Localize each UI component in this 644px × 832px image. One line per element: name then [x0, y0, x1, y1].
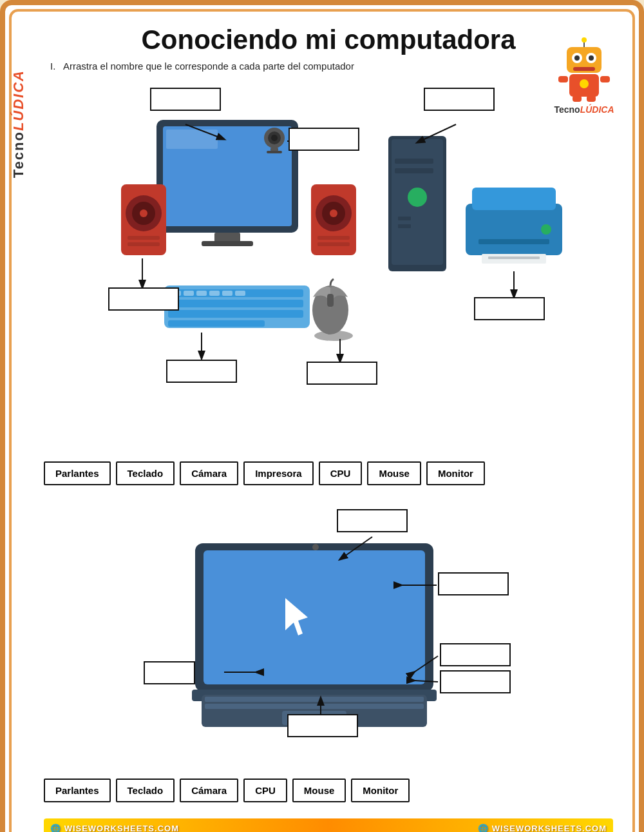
s1-speaker-label-box[interactable] [108, 287, 179, 311]
svg-rect-43 [478, 239, 549, 244]
printer-image [462, 184, 565, 268]
svg-rect-23 [128, 236, 160, 240]
svg-rect-34 [395, 168, 433, 173]
svg-point-28 [330, 209, 337, 217]
word-chip-camara-1[interactable]: Cámara [180, 461, 238, 485]
svg-rect-30 [317, 242, 350, 246]
laptop-image [192, 540, 437, 733]
svg-rect-29 [317, 236, 350, 240]
svg-rect-7 [573, 67, 595, 71]
svg-rect-57 [327, 294, 334, 307]
word-chip-mouse-2[interactable]: Mouse [292, 779, 346, 802]
instruction: I. Arrastra el nombre que le corresponde… [50, 61, 613, 72]
svg-rect-24 [128, 242, 160, 246]
word-bank-2: Parlantes Teclado Cámara CPU Mouse Monit… [44, 779, 613, 802]
s1-webcam-label-box[interactable] [289, 128, 359, 151]
word-chip-camara-2[interactable]: Cámara [180, 779, 238, 802]
word-chip-parlantes-1[interactable]: Parlantes [44, 461, 111, 485]
keyboard-image [163, 284, 311, 329]
svg-rect-50 [184, 291, 194, 296]
s1-mouse-label-box[interactable] [307, 362, 377, 385]
svg-point-60 [271, 135, 278, 141]
svg-rect-51 [196, 291, 207, 296]
page: TecnoLÚDICA Conociendo mi computadora I.… [0, 0, 644, 832]
word-chip-teclado-2[interactable]: Teclado [116, 779, 175, 802]
svg-rect-71 [204, 550, 425, 684]
word-chip-impresora-1[interactable]: Impresora [243, 461, 314, 485]
cpu-tower-image [385, 133, 450, 275]
svg-point-22 [140, 209, 147, 217]
s1-cpu-label-box[interactable] [424, 88, 495, 111]
svg-point-5 [574, 55, 580, 61]
word-chip-teclado-1[interactable]: Teclado [116, 461, 175, 485]
svg-point-73 [312, 544, 319, 550]
svg-rect-53 [222, 291, 232, 296]
svg-rect-41 [488, 256, 540, 259]
s2-right2-label-box[interactable] [440, 670, 511, 693]
svg-point-6 [589, 55, 594, 61]
s1-keyboard-label-box[interactable] [166, 360, 237, 383]
footer-left: 🌐 WISEWORKSHEETS.COM [50, 824, 179, 832]
word-chip-monitor-2[interactable]: Monitor [351, 779, 410, 802]
footer-right: 🌐 WISEWORKSHEETS.COM [478, 824, 607, 832]
brand-vertical: TecnoLÚDICA [10, 70, 27, 178]
svg-rect-46 [168, 300, 303, 307]
section2-laptop [44, 501, 613, 772]
s1-printer-label-box[interactable] [474, 297, 545, 320]
svg-point-35 [408, 188, 427, 207]
word-chip-cpu-1[interactable]: CPU [319, 461, 363, 485]
word-bank-1: Parlantes Teclado Cámara Impresora CPU M… [44, 461, 613, 485]
svg-point-42 [541, 224, 551, 235]
footer: 🌐 WISEWORKSHEETS.COM 🌐 WISEWORKSHEETS.CO… [44, 818, 613, 832]
word-chip-cpu-2[interactable]: CPU [243, 779, 287, 802]
svg-rect-78 [205, 704, 424, 709]
s2-screen-label-box[interactable] [438, 572, 509, 595]
word-chip-monitor-1[interactable]: Monitor [426, 461, 485, 485]
svg-rect-15 [202, 241, 253, 246]
svg-rect-47 [168, 310, 303, 318]
s2-right1-label-box[interactable] [440, 643, 511, 666]
svg-rect-48 [168, 320, 265, 327]
left-speaker-image [118, 181, 169, 258]
svg-rect-77 [205, 697, 424, 702]
word-chip-parlantes-2[interactable]: Parlantes [44, 779, 111, 802]
svg-rect-37 [398, 224, 411, 228]
s2-bottom-label-box[interactable] [287, 714, 358, 737]
word-chip-mouse-1[interactable]: Mouse [367, 461, 421, 485]
svg-rect-36 [398, 217, 411, 220]
svg-rect-62 [267, 151, 282, 153]
page-title: Conociendo mi computadora [44, 18, 613, 55]
svg-rect-52 [209, 291, 220, 296]
svg-rect-54 [235, 291, 245, 296]
s2-camera-label-box[interactable] [337, 509, 408, 532]
mouse-image [308, 278, 353, 342]
s2-left-label-box[interactable] [144, 661, 195, 684]
svg-rect-18 [166, 130, 218, 149]
s1-monitor-label-box[interactable] [150, 88, 221, 111]
svg-rect-14 [214, 233, 240, 242]
right-speaker-image [308, 181, 359, 258]
svg-rect-39 [472, 188, 556, 210]
webcam-image [261, 126, 287, 155]
svg-rect-33 [395, 159, 433, 164]
section1-desktop [44, 81, 613, 455]
svg-point-1 [582, 37, 587, 43]
